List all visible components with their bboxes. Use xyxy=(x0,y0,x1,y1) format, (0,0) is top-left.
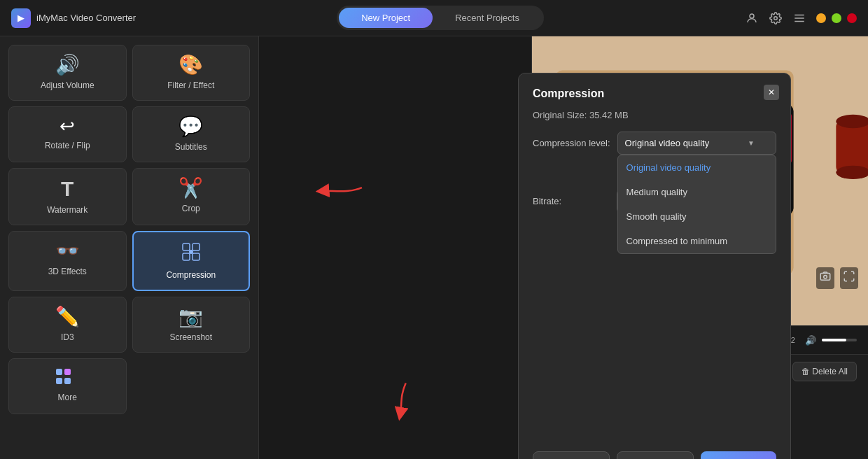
expand-button[interactable] xyxy=(840,267,858,289)
tool-rotate-flip[interactable]: ↩ Rotate / Flip xyxy=(8,106,127,162)
app-title: iMyMac Video Converter xyxy=(36,13,136,23)
tool-filter-effect[interactable]: 🎨 Filter / Effect xyxy=(132,45,251,101)
reset-button[interactable]: Reset xyxy=(533,451,610,459)
modal-close-button[interactable]: ✕ xyxy=(764,85,779,100)
tool-id3-label: ID3 xyxy=(61,332,74,342)
apply-to-all-button[interactable]: Apply to All xyxy=(617,451,694,459)
tool-subtitles-label: Subtitles xyxy=(175,142,207,152)
arrow2-icon xyxy=(378,376,427,427)
delete-all-button[interactable]: 🗑 Delete All xyxy=(792,362,857,381)
compression-dropdown-wrapper: Original video quality ▼ Original video … xyxy=(617,132,776,155)
filter-effect-icon: 🎨 xyxy=(178,55,203,75)
maximize-button[interactable] xyxy=(832,13,841,23)
option-smooth[interactable]: Smooth quality xyxy=(618,204,776,229)
compression-level-row: Compression level: Original video qualit… xyxy=(533,132,776,155)
tab-new-project[interactable]: New Project xyxy=(339,8,433,28)
svg-rect-7 xyxy=(183,253,190,260)
id3-icon: ✏️ xyxy=(55,307,80,327)
volume-fill xyxy=(822,339,846,341)
compression-icon xyxy=(181,242,201,264)
option-compressed[interactable]: Compressed to minimum xyxy=(618,229,776,253)
nav-tabs: New Project Recent Projects xyxy=(337,6,544,30)
tool-more[interactable]: More xyxy=(8,358,127,414)
svg-rect-36 xyxy=(820,274,830,281)
modal-footer: Reset Apply to All Save xyxy=(533,451,776,459)
tool-adjust-volume[interactable]: 🔊 Adjust Volume xyxy=(8,45,127,101)
more-icon xyxy=(56,369,78,387)
screenshot-icon: 📷 xyxy=(178,307,203,327)
tool-subtitles[interactable]: 💬 Subtitles xyxy=(132,106,251,162)
svg-rect-33 xyxy=(836,121,868,172)
take-screenshot-button[interactable] xyxy=(816,267,834,289)
tool-rotate-flip-label: Rotate / Flip xyxy=(45,141,90,150)
svg-rect-6 xyxy=(192,243,200,250)
option-original[interactable]: Original video quality xyxy=(618,155,776,180)
save-button[interactable]: Save xyxy=(701,451,776,459)
tool-screenshot[interactable]: 📷 Screenshot xyxy=(132,297,251,353)
tool-compression-label: Compression xyxy=(166,270,216,280)
tool-id3[interactable]: ✏️ ID3 xyxy=(8,297,127,353)
tool-filter-effect-label: Filter / Effect xyxy=(167,80,214,90)
bitrate-label: Bitrate: xyxy=(533,196,610,206)
close-button[interactable] xyxy=(847,13,857,23)
crop-icon: ✂️ xyxy=(178,178,203,198)
tab-recent-projects[interactable]: Recent Projects xyxy=(433,8,542,28)
tools-sidebar: 🔊 Adjust Volume 🎨 Filter / Effect ↩ Rota… xyxy=(0,36,259,459)
watermark-icon: T xyxy=(61,178,74,199)
compression-modal: Compression ✕ Original Size: 35.42 MB Co… xyxy=(518,73,791,459)
tool-more-label: More xyxy=(58,393,77,402)
adjust-volume-icon: 🔊 xyxy=(55,55,80,75)
tool-crop[interactable]: ✂️ Crop xyxy=(132,168,251,225)
rotate-flip-icon: ↩ xyxy=(59,117,75,135)
svg-rect-10 xyxy=(56,369,62,375)
original-size-label: Original Size: 35.42 MB xyxy=(533,110,776,120)
compression-options-menu: Original video quality Medium quality Sm… xyxy=(617,155,776,254)
tool-screenshot-label: Screenshot xyxy=(169,332,212,342)
tool-crop-label: Crop xyxy=(182,204,200,213)
window-controls xyxy=(816,13,857,23)
volume-control: 🔊 xyxy=(804,333,857,347)
subtitles-icon: 💬 xyxy=(178,117,203,136)
arrow1-icon xyxy=(312,157,373,219)
titlebar-right xyxy=(745,11,857,25)
svg-rect-5 xyxy=(183,243,190,250)
svg-rect-12 xyxy=(56,378,62,384)
tool-watermark[interactable]: T Watermark xyxy=(8,168,127,225)
user-icon[interactable] xyxy=(745,11,759,25)
main-content: 🔊 Adjust Volume 🎨 Filter / Effect ↩ Rota… xyxy=(0,36,868,459)
settings-icon[interactable] xyxy=(769,11,783,25)
svg-rect-13 xyxy=(64,378,71,384)
svg-point-0 xyxy=(750,14,754,18)
app-logo-icon: ▶ xyxy=(11,8,31,28)
compression-level-label: Compression level: xyxy=(533,138,610,148)
3d-effects-icon: 👓 xyxy=(55,241,80,261)
svg-point-1 xyxy=(774,16,778,20)
tool-compression[interactable]: Compression xyxy=(132,231,251,291)
minimize-button[interactable] xyxy=(816,13,826,23)
svg-rect-8 xyxy=(192,253,200,260)
menu-icon[interactable] xyxy=(792,11,806,25)
dropdown-chevron-icon: ▼ xyxy=(748,139,755,147)
modal-title: Compression xyxy=(533,87,776,100)
svg-point-9 xyxy=(189,250,193,254)
tool-adjust-volume-label: Adjust Volume xyxy=(41,80,94,90)
volume-track[interactable] xyxy=(822,339,857,341)
tool-3d-effects[interactable]: 👓 3D Effects xyxy=(8,231,127,291)
titlebar: ▶ iMyMac Video Converter New Project Rec… xyxy=(0,0,868,36)
titlebar-left: ▶ iMyMac Video Converter xyxy=(11,8,136,28)
svg-rect-11 xyxy=(64,369,71,375)
tool-watermark-label: Watermark xyxy=(47,205,88,215)
compression-level-dropdown[interactable]: Original video quality ▼ xyxy=(617,132,776,155)
svg-point-37 xyxy=(824,276,827,279)
option-medium[interactable]: Medium quality xyxy=(618,180,776,204)
tool-3d-effects-label: 3D Effects xyxy=(48,267,87,276)
center-panel: Compression ✕ Original Size: 35.42 MB Co… xyxy=(259,36,532,459)
volume-icon[interactable]: 🔊 xyxy=(804,333,818,347)
